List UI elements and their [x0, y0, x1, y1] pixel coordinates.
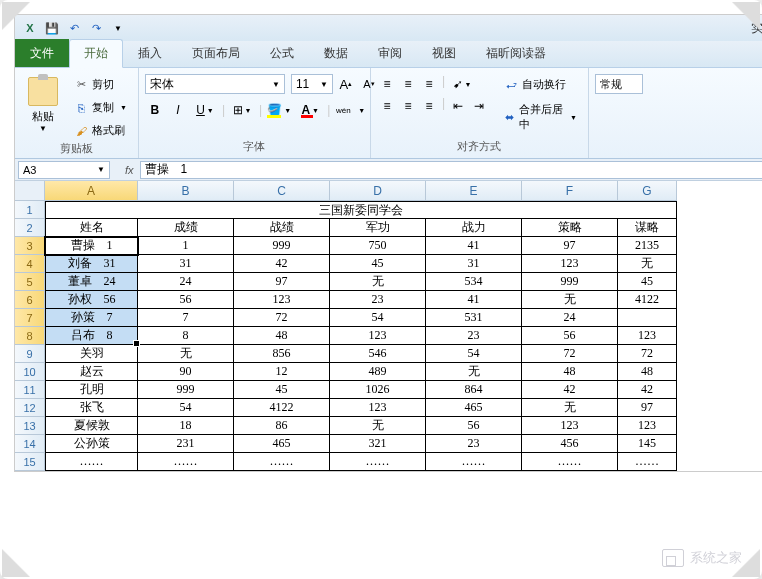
cell[interactable]: 夏候敦: [45, 417, 138, 435]
phonetic-button[interactable]: wén: [333, 100, 353, 120]
cell[interactable]: 321: [330, 435, 426, 453]
save-icon[interactable]: 💾: [43, 19, 61, 37]
cell[interactable]: 86: [234, 417, 330, 435]
row-header-2[interactable]: 2: [15, 219, 45, 237]
decrease-indent-icon[interactable]: ⇤: [448, 96, 468, 116]
cell[interactable]: 231: [138, 435, 234, 453]
row-header-3[interactable]: 3: [15, 237, 45, 255]
tab-file[interactable]: 文件: [15, 39, 69, 67]
cell[interactable]: 123: [522, 417, 618, 435]
cell[interactable]: 谋略: [618, 219, 677, 237]
cell[interactable]: 孙策 7: [45, 309, 138, 327]
tab-insert[interactable]: 插入: [123, 39, 177, 67]
row-header-13[interactable]: 13: [15, 417, 45, 435]
spreadsheet-grid[interactable]: A B C D E F G 1 三国新委同学会 2 姓名 成绩 战绩 军功 战力…: [15, 181, 762, 471]
row-header-14[interactable]: 14: [15, 435, 45, 453]
cell[interactable]: 123: [330, 327, 426, 345]
row-header-1[interactable]: 1: [15, 201, 45, 219]
cell[interactable]: 23: [426, 435, 522, 453]
row-header-7[interactable]: 7: [15, 309, 45, 327]
paste-button[interactable]: 粘贴 ▼: [21, 74, 65, 136]
cell[interactable]: 2135: [618, 237, 677, 255]
cell[interactable]: 孔明: [45, 381, 138, 399]
cell[interactable]: ……: [138, 453, 234, 471]
cell[interactable]: 刘备 31: [45, 255, 138, 273]
row-header-5[interactable]: 5: [15, 273, 45, 291]
cell[interactable]: 无: [618, 255, 677, 273]
row-header-9[interactable]: 9: [15, 345, 45, 363]
cell[interactable]: 531: [426, 309, 522, 327]
cell[interactable]: 48: [522, 363, 618, 381]
cell[interactable]: 无: [522, 399, 618, 417]
qat-customize-icon[interactable]: ▼: [109, 19, 127, 37]
cell[interactable]: 123: [330, 399, 426, 417]
cell[interactable]: 7: [138, 309, 234, 327]
number-format-dropdown[interactable]: 常规: [595, 74, 643, 94]
cell[interactable]: 465: [426, 399, 522, 417]
row-header-4[interactable]: 4: [15, 255, 45, 273]
cell[interactable]: ……: [522, 453, 618, 471]
fill-color-button[interactable]: 🪣▼: [265, 100, 293, 120]
cell[interactable]: 54: [330, 309, 426, 327]
cell[interactable]: 54: [426, 345, 522, 363]
font-name-dropdown[interactable]: 宋体 ▼: [145, 74, 285, 94]
cell[interactable]: 4122: [234, 399, 330, 417]
format-painter-button[interactable]: 🖌 格式刷: [69, 120, 132, 141]
copy-button[interactable]: ⎘ 复制 ▼: [69, 97, 132, 118]
cell[interactable]: 24: [522, 309, 618, 327]
cell[interactable]: 12: [234, 363, 330, 381]
align-center-icon[interactable]: ≡: [398, 96, 418, 116]
cell[interactable]: 72: [618, 345, 677, 363]
cell[interactable]: 无: [522, 291, 618, 309]
tab-home[interactable]: 开始: [69, 39, 123, 68]
row-header-15[interactable]: 15: [15, 453, 45, 471]
increase-indent-icon[interactable]: ⇥: [469, 96, 489, 116]
formula-bar[interactable]: 曹操 1: [140, 161, 762, 179]
cell[interactable]: 42: [618, 381, 677, 399]
cell[interactable]: 战力: [426, 219, 522, 237]
cell[interactable]: 成绩: [138, 219, 234, 237]
cell[interactable]: 董卓 24: [45, 273, 138, 291]
cell[interactable]: 123: [618, 417, 677, 435]
cell[interactable]: 45: [330, 255, 426, 273]
underline-button[interactable]: U▼: [191, 100, 219, 120]
wrap-text-button[interactable]: ⮐ 自动换行: [499, 74, 582, 95]
select-all-corner[interactable]: [15, 181, 45, 201]
cell[interactable]: 534: [426, 273, 522, 291]
cell[interactable]: ……: [234, 453, 330, 471]
cell[interactable]: 123: [234, 291, 330, 309]
cell[interactable]: 999: [522, 273, 618, 291]
align-top-icon[interactable]: ≡: [377, 74, 397, 94]
cell[interactable]: 8: [138, 327, 234, 345]
row-header-10[interactable]: 10: [15, 363, 45, 381]
cell[interactable]: 姓名: [45, 219, 138, 237]
cell[interactable]: 策略: [522, 219, 618, 237]
col-header-F[interactable]: F: [522, 181, 618, 201]
cell[interactable]: [618, 309, 677, 327]
align-middle-icon[interactable]: ≡: [398, 74, 418, 94]
paste-dropdown-arrow[interactable]: ▼: [39, 124, 47, 133]
cell[interactable]: 45: [234, 381, 330, 399]
tab-formulas[interactable]: 公式: [255, 39, 309, 67]
cell[interactable]: 123: [618, 327, 677, 345]
align-left-icon[interactable]: ≡: [377, 96, 397, 116]
col-header-G[interactable]: G: [618, 181, 677, 201]
cell[interactable]: 张飞: [45, 399, 138, 417]
cell[interactable]: 856: [234, 345, 330, 363]
cell[interactable]: 864: [426, 381, 522, 399]
tab-view[interactable]: 视图: [417, 39, 471, 67]
cell[interactable]: 465: [234, 435, 330, 453]
font-color-button[interactable]: A▼: [296, 100, 324, 120]
tab-review[interactable]: 审阅: [363, 39, 417, 67]
cell[interactable]: 72: [234, 309, 330, 327]
cell[interactable]: 56: [426, 417, 522, 435]
cell[interactable]: 23: [330, 291, 426, 309]
cell[interactable]: 无: [138, 345, 234, 363]
align-bottom-icon[interactable]: ≡: [419, 74, 439, 94]
row-header-11[interactable]: 11: [15, 381, 45, 399]
row-header-6[interactable]: 6: [15, 291, 45, 309]
cell[interactable]: 军功: [330, 219, 426, 237]
cell[interactable]: 456: [522, 435, 618, 453]
align-right-icon[interactable]: ≡: [419, 96, 439, 116]
cell[interactable]: 999: [234, 237, 330, 255]
